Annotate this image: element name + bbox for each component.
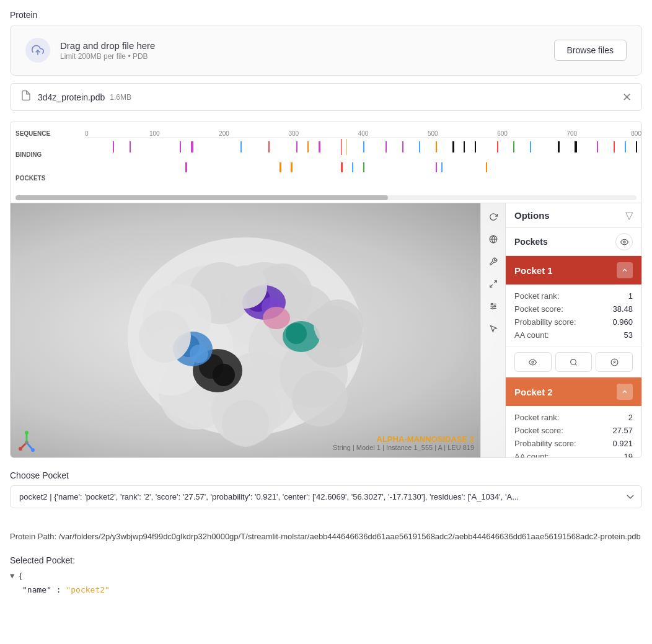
file-icon (20, 90, 32, 104)
pocket2-stats: Pocket rank: 2 Pocket score: 27.57 Proba… (506, 406, 641, 457)
svg-line-43 (494, 281, 496, 283)
seq-label-sequence: SEQUENCE (15, 127, 80, 141)
pocket1-toggle-button[interactable] (617, 262, 633, 278)
svg-point-51 (623, 240, 625, 242)
seq-labels: SEQUENCE BINDING POCKETS (11, 124, 85, 190)
pocket1-aa-value: 53 (624, 330, 633, 340)
sliders-ctrl-button[interactable] (485, 298, 502, 315)
svg-point-38 (25, 441, 29, 444)
close-icon[interactable]: ✕ (622, 92, 632, 103)
upload-zone: Drag and drop file here Limit 200MB per … (10, 25, 642, 76)
svg-point-53 (571, 359, 576, 364)
protein-path: Protein Path: /var/folders/2p/y3wbjwp94f… (10, 531, 642, 543)
svg-point-49 (494, 306, 495, 307)
pocket1-rank-value: 1 (628, 291, 633, 301)
json-chevron-icon: ▼ (10, 570, 14, 582)
tool-ctrl-button[interactable] (485, 253, 502, 270)
file-row: 3d4z_protein.pdb 1.6MB ✕ (10, 83, 642, 111)
pocket1-actions (506, 346, 641, 377)
upload-title: Drag and drop file here (60, 40, 155, 51)
svg-point-39 (19, 447, 22, 451)
upload-cloud-icon (25, 38, 50, 63)
pocket1-prob-value: 0.960 (612, 317, 633, 327)
selected-pocket-label: Selected Pocket: (10, 555, 642, 565)
pocket2-score-value: 27.57 (612, 426, 633, 435)
mol-viewer[interactable]: ALPHA-MANNOSIDASE 2 String | Model 1 | I… (11, 203, 505, 457)
json-colon: : (56, 585, 66, 594)
options-collapse-button[interactable]: ▽ (625, 210, 633, 221)
globe-ctrl-button[interactable] (485, 231, 502, 248)
pocket2-rank-value: 2 (628, 413, 633, 422)
pocket1-delete-button[interactable] (596, 352, 633, 372)
pocket2-prob-label: Probability score: (514, 439, 576, 448)
seq-label-pockets: POCKETS (15, 170, 80, 187)
choose-pocket-label: Choose Pocket (10, 470, 642, 480)
expand-ctrl-button[interactable] (485, 275, 502, 293)
pocket1-score-label: Pocket score: (514, 304, 563, 314)
mol-logo (15, 430, 38, 452)
json-name-value: "pocket2" (66, 585, 109, 594)
pocket1-score-value: 38.48 (612, 304, 633, 314)
svg-line-54 (575, 364, 576, 365)
pocket-select[interactable]: pocket2 | {'name': 'pocket2', 'rank': '2… (10, 485, 642, 508)
pocket2-aa-label: AA count: (514, 452, 549, 457)
pocket2-prob-value: 0.921 (612, 439, 633, 448)
pocket1-aa-label: AA count: (514, 330, 549, 340)
svg-point-32 (139, 311, 191, 363)
pockets-eye-button[interactable] (615, 233, 633, 250)
svg-point-17 (292, 371, 348, 426)
svg-line-44 (490, 285, 492, 287)
seq-content[interactable]: 0 100 200 300 400 500 600 700 800 (85, 124, 641, 190)
svg-point-31 (314, 299, 363, 349)
pocket2-rank-label: Pocket rank: (514, 413, 559, 422)
file-size: 1.6MB (110, 93, 131, 102)
options-header: Options ▽ (506, 203, 641, 228)
cursor-ctrl-button[interactable] (485, 320, 502, 337)
svg-point-52 (532, 361, 534, 363)
section-label: Protein (10, 10, 642, 20)
pocket2-toggle-button[interactable] (617, 384, 633, 400)
json-name-key: "name" (22, 585, 51, 594)
protein-3d-view (11, 203, 480, 457)
viewer-container: SEQUENCE BINDING POCKETS 0 100 200 300 4… (10, 121, 642, 458)
svg-point-26 (190, 345, 208, 363)
pocket2-header[interactable]: Pocket 2 (506, 377, 641, 406)
binding-row (85, 138, 641, 157)
upload-subtitle: Limit 200MB per file • PDB (60, 52, 155, 61)
main-viewer: ALPHA-MANNOSIDASE 2 String | Model 1 | I… (11, 203, 641, 457)
svg-point-37 (25, 431, 29, 434)
pocket1-name: Pocket 1 (514, 265, 553, 276)
pocket1-item: Pocket 1 Pocket rank: 1 Pocket score: (506, 256, 641, 377)
options-title: Options (514, 210, 550, 221)
pocket1-header[interactable]: Pocket 1 (506, 256, 641, 285)
sequence-scrollbar[interactable] (15, 195, 637, 200)
pocket1-search-button[interactable] (555, 352, 593, 372)
svg-point-50 (491, 307, 493, 309)
svg-point-40 (31, 448, 35, 452)
pocket2-name: Pocket 2 (514, 387, 553, 397)
svg-point-33 (222, 400, 269, 447)
svg-point-48 (491, 303, 492, 304)
pocket1-eye-button[interactable] (514, 352, 552, 372)
browse-files-button[interactable]: Browse files (554, 40, 627, 61)
seq-label-binding: BINDING (15, 146, 80, 164)
pocket1-stats: Pocket rank: 1 Pocket score: 38.48 Proba… (506, 285, 641, 346)
file-name: 3d4z_protein.pdb (38, 92, 105, 102)
refresh-ctrl-button[interactable] (485, 208, 502, 226)
pocket2-item: Pocket 2 Pocket rank: 2 Pocket score: (506, 377, 641, 457)
json-open-brace: { (18, 570, 23, 583)
svg-point-28 (286, 323, 307, 344)
ruler: 0 100 200 300 400 500 600 700 800 (85, 124, 641, 138)
pocket2-score-label: Pocket score: (514, 426, 563, 435)
svg-point-20 (213, 364, 235, 386)
pocket1-prob-label: Probability score: (514, 317, 576, 327)
svg-point-30 (224, 265, 267, 309)
viewer-controls (480, 203, 505, 457)
svg-point-29 (263, 307, 290, 329)
json-display: ▼ { "name" : "pocket2" (10, 570, 642, 598)
sequence-viewer: SEQUENCE BINDING POCKETS 0 100 200 300 4… (11, 121, 641, 203)
pocket2-aa-value: 19 (624, 452, 633, 457)
pockets-label: Pockets (514, 237, 548, 247)
pocket1-rank-label: Pocket rank: (514, 291, 559, 301)
mol-info: ALPHA-MANNOSIDASE 2 String | Model 1 | I… (333, 434, 474, 451)
